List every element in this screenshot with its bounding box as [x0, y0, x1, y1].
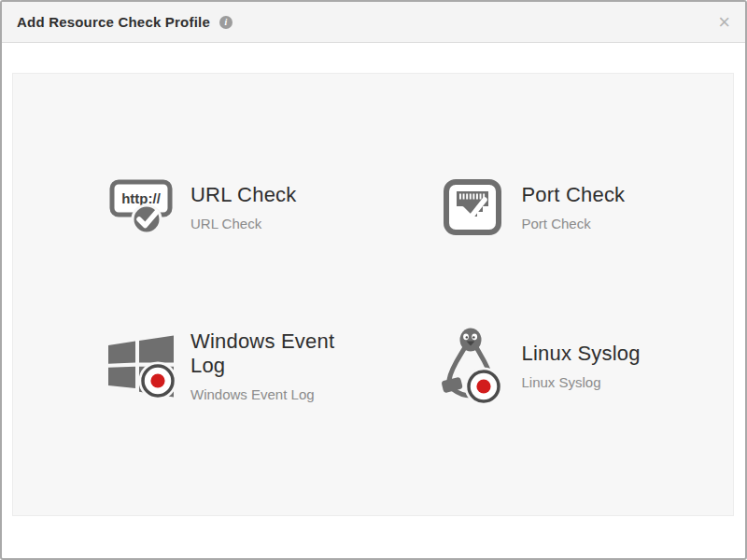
check-type-grid: http:// URL Check URL Check	[13, 74, 733, 445]
svg-text:http://: http://	[121, 190, 161, 206]
cell-linux-syslog: Linux Syslog Linux Syslog	[374, 287, 734, 445]
check-type-panel: http:// URL Check URL Check	[12, 73, 734, 516]
option-subtitle: Windows Event Log	[190, 386, 374, 402]
cell-url-check: http:// URL Check URL Check	[13, 128, 374, 287]
info-icon[interactable]: i	[219, 16, 233, 29]
cell-windows-event-log: Windows Event Log Windows Event Log	[13, 287, 374, 445]
option-text: Windows Event Log Windows Event Log	[190, 329, 374, 402]
option-url-check[interactable]: http:// URL Check URL Check	[104, 176, 296, 238]
option-title: URL Check	[190, 183, 296, 207]
windows-event-log-icon	[104, 333, 178, 399]
close-icon[interactable]: ×	[718, 12, 730, 33]
linux-syslog-icon	[435, 328, 510, 404]
option-text: URL Check URL Check	[190, 183, 296, 231]
cell-port-check: Port Check Port Check	[374, 128, 734, 287]
option-subtitle: Linux Syslog	[522, 374, 641, 390]
dialog-header: Add Resource Check Profile i ×	[2, 2, 745, 43]
option-title: Windows Event Log	[190, 329, 374, 378]
option-linux-syslog[interactable]: Linux Syslog Linux Syslog	[435, 328, 641, 404]
option-text: Linux Syslog Linux Syslog	[522, 342, 641, 390]
add-resource-check-profile-dialog: Add Resource Check Profile i × http://	[0, 0, 747, 560]
option-text: Port Check Port Check	[522, 183, 626, 231]
dialog-title: Add Resource Check Profile	[17, 14, 210, 30]
option-title: Linux Syslog	[522, 342, 641, 366]
option-title: Port Check	[522, 183, 626, 207]
option-subtitle: Port Check	[522, 216, 626, 231]
option-port-check[interactable]: Port Check Port Check	[435, 178, 626, 236]
option-subtitle: URL Check	[190, 216, 296, 231]
port-check-icon	[435, 178, 510, 236]
option-windows-event-log[interactable]: Windows Event Log Windows Event Log	[104, 329, 374, 402]
url-check-icon: http://	[104, 176, 178, 238]
